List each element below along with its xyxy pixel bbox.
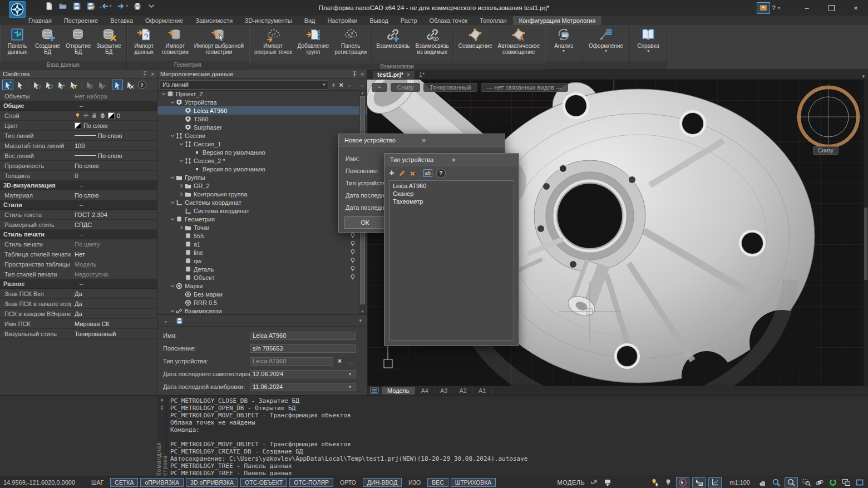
document-tab-test1prj[interactable]: test1.prj*× — [373, 71, 415, 79]
device-type-item[interactable]: Сканер — [389, 190, 514, 198]
chevron-closed-icon[interactable] — [179, 225, 184, 230]
tree-item-a1[interactable]: a1 — [157, 240, 367, 248]
visibility-bulb-icon[interactable] — [349, 240, 356, 247]
tree-item-версия-по-умолчанию[interactable]: Версия по умолчанию — [157, 165, 367, 173]
select-box-icon[interactable] — [112, 80, 123, 90]
cursor-list-icon[interactable] — [692, 477, 706, 487]
select-fence-icon[interactable] — [55, 80, 66, 90]
ribbon-tab-12[interactable]: Топоплан — [474, 16, 513, 25]
property-value[interactable]: По слою — [71, 152, 157, 159]
compass-view-label[interactable]: Снизу — [813, 146, 839, 155]
select-append-icon[interactable] — [2, 80, 13, 90]
date-caret-icon[interactable]: ▾ — [349, 372, 351, 377]
form-caret-icon[interactable]: ▾ — [359, 318, 362, 323]
ribbon-button-создание-бд[interactable]: Создание БД — [32, 27, 63, 56]
rename-type-icon[interactable]: →аб — [423, 169, 432, 177]
model-space-button[interactable]: МОДЕЛЬ — [558, 479, 585, 486]
tree-item-rrr-0.5[interactable]: RRR 0.5 — [157, 298, 367, 307]
sheet-tab-модель[interactable]: Модель — [382, 387, 415, 395]
redo-icon[interactable]: ▾ — [117, 2, 129, 11]
tree-item-gr_2[interactable]: GR_2 — [157, 181, 367, 190]
select-crossing-icon[interactable] — [43, 80, 54, 90]
scale-readout[interactable]: m1:100 — [729, 479, 750, 486]
bulb-cursor-icon[interactable] — [650, 478, 660, 487]
chevron-open-icon[interactable] — [170, 216, 175, 222]
bulb-icon[interactable] — [663, 478, 673, 487]
ribbon-button-импорт-выбранной-геометрии[interactable]: Импорт выбранной геометрии — [191, 27, 246, 56]
ribbon-button-открытие-бд[interactable]: Открытие БД — [63, 27, 93, 56]
ribbon-tab-7[interactable]: Вид — [298, 16, 322, 25]
orbit-icon[interactable] — [815, 478, 825, 487]
tree-item-деталь[interactable]: Деталь — [157, 265, 367, 273]
tree-item-версия-по-умолчанию[interactable]: Версия по умолчанию — [157, 148, 367, 156]
property-value[interactable]: ГОСТ 2.304 — [71, 211, 157, 218]
date-caret-icon[interactable]: ▾ — [349, 385, 351, 390]
tree-item-геометрия[interactable]: Геометрия — [157, 215, 367, 223]
document-tab-1[interactable]: 1* — [415, 71, 429, 79]
select-remove-icon[interactable] — [124, 80, 135, 90]
toggle-шаг[interactable]: ШАГ — [87, 478, 108, 487]
device-type-item[interactable]: Leica AT960 — [389, 182, 514, 190]
chevron-open-icon[interactable] — [179, 141, 184, 147]
ribbon-button-панель-данных[interactable]: Панель данных — [2, 27, 32, 56]
redo-caret-icon[interactable]: ▾ — [126, 4, 129, 8]
toggle-сетка[interactable]: СЕТКА — [110, 478, 138, 487]
select-matrix-icon[interactable] — [83, 80, 95, 90]
toggle-вес[interactable]: ВЕС — [427, 478, 448, 487]
tree-item-surphaser[interactable]: Surphaser — [157, 123, 367, 131]
tree-item-leica-at960[interactable]: Leica AT960 — [157, 106, 367, 115]
tree-item-группы[interactable]: Группы — [157, 173, 367, 181]
close-panel-icon[interactable]: × — [160, 397, 164, 403]
app-logo-icon[interactable] — [8, 1, 27, 18]
add-type-icon[interactable]: + — [389, 169, 394, 178]
sheet-tab-a3[interactable]: A3 — [435, 387, 453, 395]
viewport-control-0[interactable]: + — [372, 83, 387, 92]
ribbon-tab-11[interactable]: Облака точек — [423, 16, 474, 25]
download-view-icon[interactable] — [603, 478, 613, 487]
new-file-icon[interactable] — [45, 2, 53, 11]
close-tab-icon[interactable]: × — [407, 72, 410, 78]
close-panel-icon[interactable]: × — [361, 71, 364, 77]
chevron-open-icon[interactable] — [170, 200, 175, 205]
chevron-open-icon[interactable] — [179, 158, 184, 164]
tree-item-без-марки[interactable]: Без марки — [157, 290, 367, 298]
undo-icon[interactable]: ▾ — [100, 2, 112, 11]
ribbon-button-взаимосвязь[interactable]: Взаимосвязь — [373, 27, 412, 50]
back-icon[interactable]: ← — [163, 317, 170, 325]
help-icon[interactable]: ? — [436, 169, 446, 178]
ribbon-button-панель-регистрации[interactable]: Панель регистрации — [332, 27, 369, 56]
collapse-icon[interactable]: – — [76, 102, 157, 109]
tree-item-ts60[interactable]: TS60 — [157, 115, 367, 123]
select-window-icon[interactable] — [31, 80, 42, 90]
save-as-icon[interactable] — [86, 2, 95, 11]
ribbon-tab-9[interactable]: Вывод — [363, 16, 394, 25]
property-value[interactable]: 100 — [71, 142, 157, 149]
ribbon-tab-10[interactable]: Растр — [394, 16, 423, 25]
help-caret-icon[interactable]: ▾ — [778, 6, 780, 11]
pin-icon[interactable] — [142, 71, 147, 77]
back-button[interactable]: ← — [347, 81, 354, 88]
chevron-open-icon[interactable] — [161, 91, 166, 97]
ribbon-button-добавление-групп[interactable]: Добавление групп — [295, 27, 332, 56]
undo-caret-icon[interactable]: ▾ — [110, 4, 112, 8]
property-value[interactable]: Да — [71, 300, 157, 307]
toggle-отс-объект[interactable]: ОТС-ОБЪЕКТ — [240, 478, 287, 487]
forward-button[interactable]: → — [357, 81, 364, 88]
collapse-icon[interactable]: – — [76, 231, 157, 238]
ribbon-tab-13[interactable]: Конфигурация Метрология — [513, 16, 602, 25]
scroll-up-icon[interactable]: ▲ — [359, 90, 366, 96]
property-value[interactable]: Мировая СК — [71, 321, 157, 327]
toggle-опривязка[interactable]: оПРИВЯЗКА — [140, 478, 184, 487]
ribbon-tab-3[interactable]: Вставка — [104, 16, 139, 25]
toggle-отс-поляр[interactable]: ОТС-ПОЛЯР — [289, 478, 333, 487]
toggle-дин-ввод[interactable]: ДИН-ВВОД — [363, 478, 402, 487]
tree-item-система-координат[interactable]: Система координат — [157, 206, 367, 215]
section-Общие[interactable]: Общие– — [0, 101, 157, 111]
section-Стили[interactable]: Стили– — [0, 200, 157, 210]
add-button[interactable]: + — [332, 81, 336, 88]
note-input[interactable] — [250, 344, 356, 353]
ribbon-button-импорт-опорных-точек[interactable]: Импорт опорных точек — [251, 27, 295, 56]
type-input[interactable] — [250, 357, 333, 366]
calib-input[interactable] — [250, 383, 356, 391]
ribbon-button-справка[interactable]: Справка▾ — [633, 27, 663, 53]
